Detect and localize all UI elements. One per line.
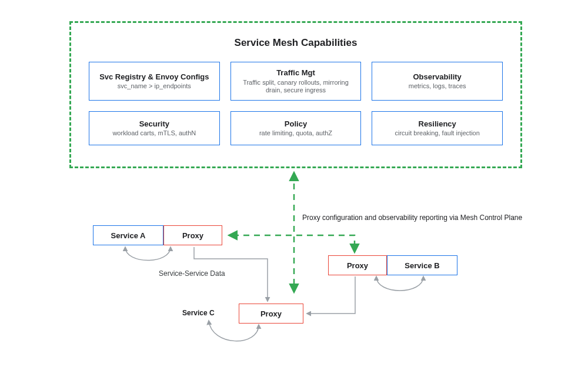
service-a-box: Service A xyxy=(93,225,163,245)
capability-subtitle: rate limiting, quota, authZ xyxy=(238,129,354,137)
capability-subtitle: Traffic split, canary rollouts, mirrorin… xyxy=(238,79,354,94)
capability-title: Svc Registry & Envoy Configs xyxy=(96,72,212,82)
proxy-b-label: Proxy xyxy=(347,261,368,270)
capabilities-grid: Svc Registry & Envoy Configs svc_name > … xyxy=(89,62,503,145)
proxy-c-label: Proxy xyxy=(260,309,282,318)
capability-observability: Observability metrics, logs, traces xyxy=(372,62,503,101)
capability-security: Security workload carts, mTLS, authN xyxy=(89,111,220,145)
capability-svc-registry: Svc Registry & Envoy Configs svc_name > … xyxy=(89,62,220,101)
capability-subtitle: svc_name > ip_endpoints xyxy=(96,82,212,90)
capability-title: Observability xyxy=(379,72,495,82)
data-flow-label: Service-Service Data xyxy=(159,269,225,278)
capability-title: Resiliency xyxy=(379,119,495,129)
service-c-proxy-loop xyxy=(209,321,259,341)
service-c-label: Service C xyxy=(182,309,215,317)
control-plane-to-proxy-b-arrow xyxy=(296,235,355,252)
mesh-title: Service Mesh Capabilities xyxy=(89,37,503,49)
capability-policy: Policy rate limiting, quota, authZ xyxy=(230,111,362,145)
proxy-b-box: Proxy xyxy=(328,255,387,275)
service-a-label: Service A xyxy=(111,231,146,240)
mesh-capabilities-container: Service Mesh Capabilities Svc Registry &… xyxy=(69,21,522,168)
capability-title: Traffic Mgt xyxy=(238,68,354,78)
service-b-box: Service B xyxy=(387,255,457,275)
capability-title: Policy xyxy=(238,119,354,129)
proxy-a-label: Proxy xyxy=(182,231,203,240)
capability-subtitle: circuit breaking, fault injection xyxy=(379,129,495,137)
capability-subtitle: workload carts, mTLS, authN xyxy=(96,129,212,137)
service-b-label: Service B xyxy=(405,261,439,270)
capability-subtitle: metrics, logs, traces xyxy=(379,82,495,90)
config-label: Proxy configuration and observability re… xyxy=(302,214,537,222)
service-a-proxy-loop xyxy=(125,247,171,261)
capability-resiliency: Resiliency circuit breaking, fault injec… xyxy=(372,111,503,145)
capability-title: Security xyxy=(96,119,212,129)
proxy-c-box: Proxy xyxy=(239,304,303,324)
proxy-a-box: Proxy xyxy=(163,225,222,245)
service-b-proxy-loop xyxy=(376,276,423,291)
proxy-b-to-proxy-c-arrow xyxy=(307,276,355,314)
capability-traffic-mgt: Traffic Mgt Traffic split, canary rollou… xyxy=(230,62,362,101)
